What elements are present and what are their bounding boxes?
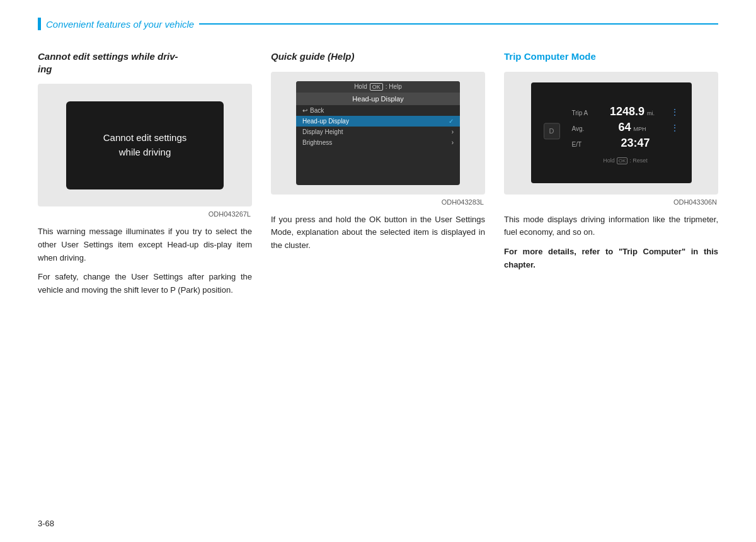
content-columns: Cannot edit settings while driv-ing Cann… <box>38 50 718 303</box>
trip-row-a: Trip A 1248.9 mi. ⋮ <box>572 105 679 118</box>
screen2-topbar: Hold OK : Help <box>296 81 460 93</box>
screen2-item-height: Display Height › <box>296 127 460 137</box>
help-screen: Hold OK : Help Head-up Display ↩ Back He… <box>296 81 460 185</box>
screen2-item-brightness: Brightness › <box>296 137 460 148</box>
col2-body-p1: If you press and hold the OK button in t… <box>271 213 485 252</box>
col3-title: Trip Computer Mode <box>504 50 718 63</box>
col-trip-computer: Trip Computer Mode D Trip A 1248.9 mi. ⋮… <box>504 50 718 303</box>
col-quick-guide: Quick guide (Help) Hold OK : Help Head-u… <box>271 50 485 303</box>
page-number: 3-68 <box>38 519 54 528</box>
warning-screen: Cannot edit settingswhile driving <box>66 101 224 189</box>
header-title: Convenient features of your vehicle <box>41 19 199 30</box>
screen2-topbar-hold: Hold <box>354 83 367 90</box>
screen2-title: Head-up Display <box>296 93 460 105</box>
col3-image-box: D Trip A 1248.9 mi. ⋮ Avg. 64 MPH <box>504 72 718 195</box>
screen3-ok-badge: OK <box>617 157 628 164</box>
page-header: Convenient features of your vehicle <box>38 0 718 30</box>
col1-body-p1: This warning message illuminates if you … <box>38 225 252 264</box>
col2-image-code: ODH043283L <box>271 198 485 206</box>
screen3-bottom-text: Hold OK : Reset <box>572 157 679 164</box>
page-container: Convenient features of your vehicle Cann… <box>0 0 756 542</box>
d-badge: D <box>544 123 560 139</box>
col1-title: Cannot edit settings while driv-ing <box>38 50 252 75</box>
col2-image-box: Hold OK : Help Head-up Display ↩ Back He… <box>271 72 485 195</box>
warning-text: Cannot edit settingswhile driving <box>103 131 187 159</box>
trip-screen: D Trip A 1248.9 mi. ⋮ Avg. 64 MPH <box>531 82 692 183</box>
col1-image-code: ODH043267L <box>38 210 252 218</box>
screen2-topbar-help: : Help <box>386 83 402 90</box>
screen2-item-hud: Head-up Display ✓ <box>296 116 460 127</box>
col1-image-box: Cannot edit settingswhile driving <box>38 84 252 206</box>
screen2-back: ↩ Back <box>296 105 460 116</box>
col2-title: Quick guide (Help) <box>271 50 485 63</box>
trip-row-avg: Avg. 64 MPH ⋮ <box>572 121 679 134</box>
col-cannot-edit: Cannot edit settings while driv-ing Cann… <box>38 50 252 303</box>
header-rule <box>199 23 718 25</box>
col3-body-p1: This mode displays driving information l… <box>504 213 718 240</box>
col3-image-code: ODH043306N <box>504 198 718 206</box>
screen2-ok-badge: OK <box>370 83 383 91</box>
col1-body-p2: For safety, change the User Settings aft… <box>38 271 252 297</box>
trip-row-et: E/T 23:47 <box>572 137 679 150</box>
col3-body-bold: For more details, refer to "Trip Compute… <box>504 246 718 272</box>
